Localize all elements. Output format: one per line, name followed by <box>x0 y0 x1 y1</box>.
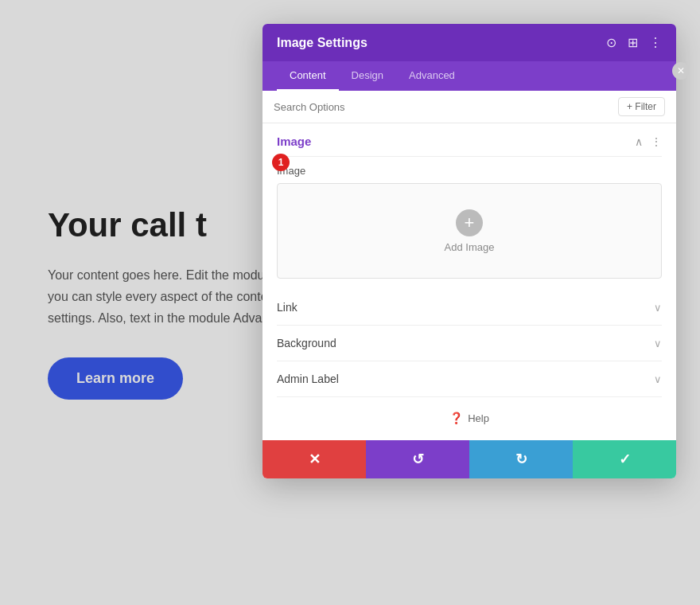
tab-advanced[interactable]: Advanced <box>396 61 468 91</box>
collapse-icon[interactable]: ∧ <box>635 135 643 148</box>
panel-body: Image ∧ ⋮ 1 Image + Add Image Link ∨ Bac… <box>262 123 676 440</box>
settings-panel: Image Settings ⊙ ⊞ ⋮ Content Design Adva… <box>262 24 676 478</box>
tab-content[interactable]: Content <box>277 61 339 91</box>
help-row: ❓ Help <box>277 397 662 431</box>
accordion-link[interactable]: Link ∨ <box>277 290 662 326</box>
accordion-background-label: Background <box>277 337 336 349</box>
panel-header: Image Settings ⊙ ⊞ ⋮ <box>262 24 676 61</box>
add-image-label: Add Image <box>445 241 495 253</box>
chevron-down-icon: ∨ <box>654 302 662 314</box>
more-options-icon[interactable]: ⋮ <box>649 35 662 50</box>
accordion-background[interactable]: Background ∨ <box>277 326 662 361</box>
cancel-button[interactable]: ✕ <box>262 440 366 478</box>
help-icon[interactable]: ❓ <box>449 412 463 424</box>
section-title: Image <box>277 135 311 148</box>
tab-design[interactable]: Design <box>339 61 396 91</box>
search-input[interactable] <box>274 101 618 113</box>
accordion-admin-label-label: Admin Label <box>277 373 339 385</box>
panel-tabs: Content Design Advanced <box>262 61 676 91</box>
field-badge: 1 <box>272 154 290 171</box>
panel-title: Image Settings <box>277 36 368 50</box>
image-field-row: 1 Image <box>277 157 662 183</box>
chevron-down-icon: ∨ <box>654 373 662 385</box>
help-label[interactable]: Help <box>468 412 489 424</box>
image-section-header: Image ∧ ⋮ <box>277 123 662 157</box>
section-header-icons: ∧ ⋮ <box>635 135 662 148</box>
add-image-box[interactable]: + Add Image <box>277 183 662 279</box>
chevron-down-icon: ∨ <box>654 338 662 349</box>
columns-icon[interactable]: ⊞ <box>628 35 638 50</box>
redo-button[interactable]: ↻ <box>469 440 573 478</box>
undo-button[interactable]: ↺ <box>366 440 469 478</box>
save-button[interactable]: ✓ <box>573 440 676 478</box>
accordion-admin-label[interactable]: Admin Label ∨ <box>277 361 662 397</box>
add-image-plus-icon: + <box>456 209 483 236</box>
panel-footer: ✕ ↺ ↻ ✓ <box>262 440 676 478</box>
close-panel-button[interactable]: ✕ <box>672 62 690 80</box>
panel-search-bar: + Filter <box>262 91 676 123</box>
settings-icon[interactable]: ⊙ <box>606 35 616 50</box>
filter-button[interactable]: + Filter <box>618 97 665 116</box>
accordion-link-label: Link <box>277 301 298 314</box>
section-more-icon[interactable]: ⋮ <box>651 135 662 148</box>
panel-header-icons: ⊙ ⊞ ⋮ <box>606 35 662 50</box>
